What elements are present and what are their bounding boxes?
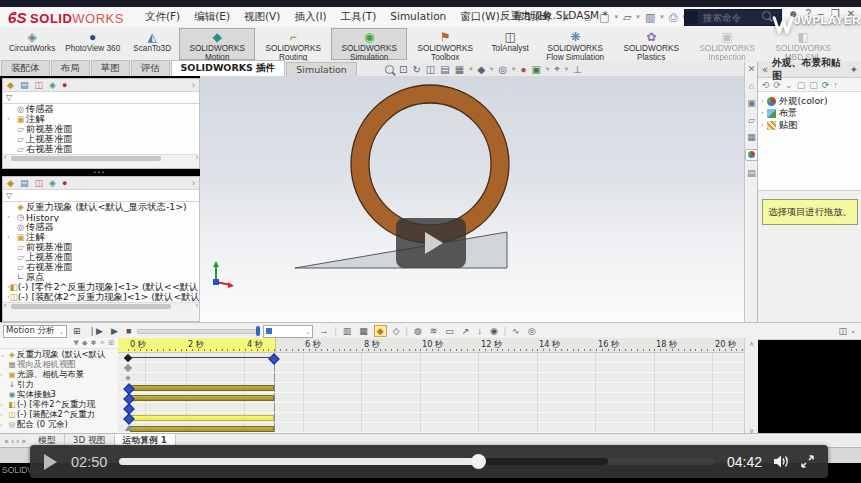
motion-item-gravity[interactable]: ↓引力 <box>0 379 118 389</box>
play-icon[interactable]: ▶ <box>109 326 120 336</box>
menu-file[interactable]: 文件(F) <box>138 8 187 26</box>
tree-filter-box[interactable]: ▽ <box>3 92 199 104</box>
tree-item-top-plane[interactable]: ▱上视基准面 <box>3 252 199 262</box>
tree-root-assembly[interactable]: ◈反重力现象 (默认<默认_显示状态-1>) <box>3 202 199 212</box>
gravity-change-bar[interactable] <box>130 385 274 391</box>
menu-simulation[interactable]: Simulation <box>383 8 453 26</box>
playback-mode-icon[interactable]: → <box>317 326 330 336</box>
tree-item-decals[interactable]: ›贴图 <box>758 119 861 131</box>
timeline-row-gravity[interactable] <box>118 383 744 393</box>
horizontal-scrollbar[interactable]: ‹› <box>3 302 199 310</box>
resources-home-icon[interactable]: ⌂ <box>749 81 754 91</box>
edit-appearance-icon[interactable]: ● <box>520 64 526 75</box>
filter-all-icon[interactable]: ▼ <box>74 339 79 347</box>
tree-item-right-plane[interactable]: ▱右视基准面 <box>3 262 199 272</box>
motionmanager-collapse-icon[interactable]: ◫ <box>839 326 848 336</box>
dimxpertmanager-tab-icon[interactable]: ◈ <box>49 178 56 188</box>
contact-icon[interactable]: ◉ <box>488 326 500 336</box>
motor-icon[interactable]: ◍ <box>412 326 424 336</box>
close-icon[interactable]: ✕ <box>748 64 756 74</box>
key-lights[interactable] <box>125 375 131 381</box>
tree-item-part2[interactable]: ›◧(-) [零件2^反重力现象]<1> (默认<<默认>_显示状态 <box>3 282 199 292</box>
addin-motion[interactable]: ◆SOLIDWORKS Motion <box>179 28 255 60</box>
zoom-to-area-icon[interactable]: ⊡ <box>399 64 407 75</box>
motion-item-subassembly2[interactable]: ›◫(-) [装配体2^反重力 <box>0 409 118 419</box>
spring-icon[interactable]: ≋ <box>428 326 440 336</box>
addin-simulation[interactable]: ◉SOLIDWORKS Simulation <box>331 28 407 60</box>
addin-scanto3d[interactable]: ◭ScanTo3D <box>125 28 179 60</box>
timeline-row-root[interactable] <box>118 353 744 363</box>
timeline-row-subassembly2[interactable] <box>118 413 744 423</box>
display-style-icon[interactable]: ◆ <box>477 64 485 75</box>
tree-item-front-plane[interactable]: ▱前视基准面 <box>3 242 199 252</box>
tree-item-annotations[interactable]: ›▣注解 <box>3 114 199 124</box>
motion-item-root[interactable]: ⌄◈反重力现象 (默认<默认 <box>0 349 118 359</box>
timebar-slider[interactable] <box>137 329 259 334</box>
tab-assembly[interactable]: 装配体 <box>1 60 50 76</box>
scene-target-icon[interactable]: ▢ <box>809 80 818 90</box>
filter-results-icon[interactable]: ⊞ <box>108 339 114 347</box>
video-play-overlay-button[interactable] <box>396 218 466 268</box>
tree-item-appearances[interactable]: ›外观(color) <box>758 95 861 107</box>
dropdown-icon[interactable]: ⌄ <box>785 80 793 90</box>
tree-item-origin[interactable]: ∟原点 <box>3 272 199 282</box>
video-control-bar[interactable]: 02:50 04:42 <box>30 445 828 478</box>
contact-change-bar[interactable] <box>130 395 274 401</box>
force-icon[interactable]: ↗ <box>460 326 472 336</box>
chevron-down-icon[interactable]: ▾ <box>469 65 472 73</box>
tab-scroll-arrows[interactable]: «‹›» <box>0 437 30 446</box>
collapse-icon[interactable]: « <box>758 64 772 75</box>
visibility-icon[interactable]: ◎ <box>526 326 538 336</box>
mates-bar[interactable] <box>130 426 274 432</box>
fullscreen-icon[interactable] <box>801 455 814 468</box>
tab-solidworks-addins[interactable]: SOLIDWORKS 插件 <box>171 60 286 76</box>
search-magnifier-icon[interactable] <box>762 11 771 22</box>
triad-icon[interactable]: ⊥ <box>573 64 582 75</box>
forward-icon[interactable]: ⟳ <box>774 80 782 90</box>
addin-photoview360[interactable]: ●PhotoView 360 <box>60 28 125 60</box>
filter-driving-icon[interactable]: ✱ <box>90 339 96 347</box>
addin-routing[interactable]: ⌐SOLIDWORKS Routing <box>255 28 331 60</box>
tree-item-annotations[interactable]: ›▣注解 <box>3 232 199 242</box>
addin-plastics[interactable]: ✿SOLIDWORKS Plastics <box>613 28 689 60</box>
design-library-icon[interactable]: ▣ <box>747 98 756 108</box>
key-camera[interactable] <box>124 364 132 372</box>
tree-item-right-plane[interactable]: ▱右视基准面 <box>3 144 199 154</box>
view-palette-icon[interactable]: ▦ <box>747 132 756 142</box>
chevron-down-icon[interactable]: ▾ <box>512 65 515 73</box>
tree-item-sensors[interactable]: ◎传感器 <box>3 104 199 114</box>
displaymanager-tab-icon[interactable]: ● <box>62 80 67 90</box>
chevron-down-icon[interactable]: ▾ <box>490 65 493 73</box>
filter-selected-icon[interactable]: ✧ <box>99 339 105 347</box>
tab-sketch[interactable]: 草图 <box>91 60 130 76</box>
print-icon[interactable]: ⎙ <box>665 11 682 24</box>
damper-icon[interactable]: ▭ <box>443 326 456 336</box>
tree-item-history[interactable]: ›◷History <box>3 212 199 222</box>
graphics-viewport[interactable] <box>200 76 744 322</box>
seek-bar[interactable] <box>119 458 715 465</box>
key-start[interactable] <box>124 354 132 362</box>
timeline-row-contact3[interactable] <box>118 393 744 403</box>
zoom-to-fit-icon[interactable] <box>385 65 394 74</box>
playback-speed-combo[interactable]: ⌄ <box>263 325 313 338</box>
add-update-key-icon[interactable]: ◇ <box>391 326 402 336</box>
subassembly-motion-bar[interactable] <box>130 415 274 421</box>
gravity-icon[interactable]: ↓ <box>475 326 484 336</box>
pin-icon[interactable]: ✦ <box>846 64 861 75</box>
study-type-select[interactable]: Motion 分析⌄ <box>3 325 67 338</box>
previous-view-icon[interactable]: ↻ <box>412 64 420 75</box>
motion-item-lights[interactable]: ›▣光源、相机与布景 <box>0 369 118 379</box>
menu-insert[interactable]: 插入(I) <box>287 8 333 26</box>
chevron-down-icon[interactable]: ▾ <box>546 65 549 73</box>
animation-wizard-icon[interactable]: ▦ <box>357 326 370 336</box>
stop-icon[interactable]: ■ <box>124 326 133 336</box>
featuremanager-tab-icon[interactable]: ◆ <box>7 178 14 188</box>
tab-layout[interactable]: 布局 <box>51 60 90 76</box>
panel-expand-icon[interactable]: › <box>192 178 195 188</box>
annotation-view-icon[interactable]: ▤ <box>440 64 449 75</box>
results-plots-icon[interactable]: ∿ <box>510 326 522 336</box>
play-from-start-icon[interactable]: ❘▶ <box>87 326 105 336</box>
calculate-icon[interactable]: ⊞ <box>71 326 83 336</box>
timeline-row-camera-views[interactable] <box>118 363 744 373</box>
menu-window[interactable]: 窗口(W) <box>453 8 507 26</box>
